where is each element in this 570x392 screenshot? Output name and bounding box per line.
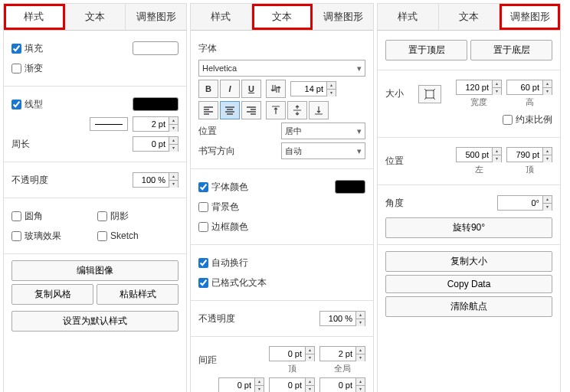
- fill-label: 填充: [25, 42, 43, 55]
- size-label: 大小: [385, 87, 404, 100]
- writedir-select[interactable]: 自动: [281, 142, 365, 159]
- glass-checkbox[interactable]: 玻璃效果: [11, 230, 93, 243]
- opacity2-label: 不透明度: [198, 312, 235, 325]
- to-top-button[interactable]: 置于顶层: [385, 40, 467, 60]
- panel-adjust: 样式 文本 调整图形 置于顶层 置于底层 大小 ▴▾宽度 ▴▾高: [377, 3, 561, 392]
- align-right-button[interactable]: [241, 101, 261, 119]
- opacity2-input[interactable]: ▴▾: [319, 311, 365, 326]
- fill-swatch[interactable]: [133, 41, 179, 55]
- tab-style-3[interactable]: 样式: [378, 4, 439, 30]
- underline-button[interactable]: U: [241, 80, 261, 98]
- line-width-input[interactable]: ▴▾: [133, 116, 179, 132]
- autowrap-checkbox[interactable]: 自动换行: [198, 256, 248, 270]
- pos-left-input[interactable]: ▴▾: [456, 147, 502, 162]
- fontcolor-checkbox[interactable]: 字体颜色: [198, 181, 248, 194]
- align-center-button[interactable]: [220, 101, 240, 119]
- copy-size-button[interactable]: 复制大小: [385, 251, 552, 272]
- font-select[interactable]: Helvetica: [198, 60, 365, 77]
- valign-bottom-button[interactable]: [309, 101, 329, 119]
- formatted-checkbox[interactable]: 已格式化文本: [198, 276, 267, 289]
- rounded-checkbox[interactable]: 圆角: [11, 210, 93, 223]
- opacity-label: 不透明度: [11, 174, 48, 187]
- tab-adjust-2[interactable]: 调整图形: [313, 4, 373, 30]
- copy-data-button[interactable]: Copy Data: [385, 275, 552, 293]
- position-select[interactable]: 居中: [281, 122, 365, 139]
- position3-label: 位置: [385, 155, 404, 168]
- angle-label: 角度: [385, 197, 404, 210]
- spacing-global-input[interactable]: ▴▾: [319, 346, 365, 361]
- line-swatch[interactable]: [133, 97, 179, 111]
- to-bottom-button[interactable]: 置于底层: [470, 40, 552, 60]
- svg-rect-0: [426, 90, 434, 98]
- spacing-left-input[interactable]: ▴▾: [218, 377, 264, 392]
- gradient-label: 渐变: [25, 62, 43, 75]
- font-label: 字体: [198, 42, 217, 55]
- tab-text[interactable]: 文本: [65, 4, 126, 30]
- constrain-checkbox[interactable]: 约束比例: [503, 113, 552, 126]
- width-input[interactable]: ▴▾: [456, 80, 502, 95]
- edit-image-button[interactable]: 编辑图像: [11, 260, 179, 281]
- bgcolor-checkbox[interactable]: 背景色: [198, 201, 239, 214]
- height-input[interactable]: ▴▾: [506, 80, 552, 95]
- spacing-right-input[interactable]: ▴▾: [319, 377, 365, 392]
- gradient-checkbox[interactable]: 渐变: [11, 62, 43, 75]
- autosize-button[interactable]: [418, 85, 441, 103]
- panel-text: 样式 文本 调整图形 字体 Helvetica B I U ▴▾: [190, 3, 374, 392]
- tabs-1: 样式 文本 调整图形: [4, 4, 186, 31]
- spacing-label: 间距: [198, 354, 217, 367]
- rotate90-button[interactable]: 旋转90°: [385, 217, 552, 238]
- perimeter-label: 周长: [11, 138, 30, 151]
- spacing-bottom-input[interactable]: ▴▾: [269, 377, 315, 392]
- valign-top-button[interactable]: [266, 101, 286, 119]
- clear-waypoint-button[interactable]: 清除航点: [385, 296, 552, 317]
- paste-style-button[interactable]: 粘贴样式: [97, 284, 179, 305]
- align-left-button[interactable]: [198, 101, 218, 119]
- spacing-top-input[interactable]: ▴▾: [269, 346, 315, 361]
- line-label: 线型: [25, 98, 43, 111]
- line-checkbox[interactable]: 线型: [11, 98, 43, 111]
- sketch-checkbox[interactable]: Sketch: [97, 230, 179, 241]
- set-default-button[interactable]: 设置为默认样式: [11, 311, 179, 332]
- dash-select[interactable]: [90, 117, 128, 131]
- tab-text-2[interactable]: 文本: [252, 4, 313, 30]
- tab-adjust-3[interactable]: 调整图形: [500, 4, 560, 30]
- text-direction-button[interactable]: [266, 80, 286, 98]
- perimeter-input[interactable]: ▴▾: [133, 136, 179, 152]
- bold-button[interactable]: B: [198, 80, 218, 98]
- opacity-input[interactable]: ▴▾: [133, 172, 179, 188]
- font-size-input[interactable]: ▴▾: [290, 81, 336, 96]
- bordercolor-checkbox[interactable]: 边框颜色: [198, 220, 248, 234]
- tabs-2: 样式 文本 调整图形: [191, 4, 373, 31]
- writedir-label: 书写方向: [198, 145, 235, 158]
- angle-input[interactable]: ▴▾: [497, 195, 552, 211]
- panel-style: 样式 文本 调整图形 填充 渐变 线型 ▴▾ 周长 ▴▾: [3, 3, 187, 392]
- tab-style-2[interactable]: 样式: [191, 4, 252, 30]
- valign-middle-button[interactable]: [287, 101, 307, 119]
- tab-style[interactable]: 样式: [4, 4, 65, 30]
- copy-style-button[interactable]: 复制风格: [11, 284, 93, 305]
- fill-checkbox[interactable]: 填充: [11, 42, 43, 55]
- tab-adjust[interactable]: 调整图形: [126, 4, 186, 30]
- shadow-checkbox[interactable]: 阴影: [97, 210, 179, 223]
- italic-button[interactable]: I: [220, 80, 240, 98]
- tabs-3: 样式 文本 调整图形: [378, 4, 560, 31]
- tab-text-3[interactable]: 文本: [439, 4, 500, 30]
- position-label: 位置: [198, 125, 217, 138]
- pos-top-input[interactable]: ▴▾: [506, 147, 552, 162]
- fontcolor-swatch[interactable]: [335, 180, 365, 194]
